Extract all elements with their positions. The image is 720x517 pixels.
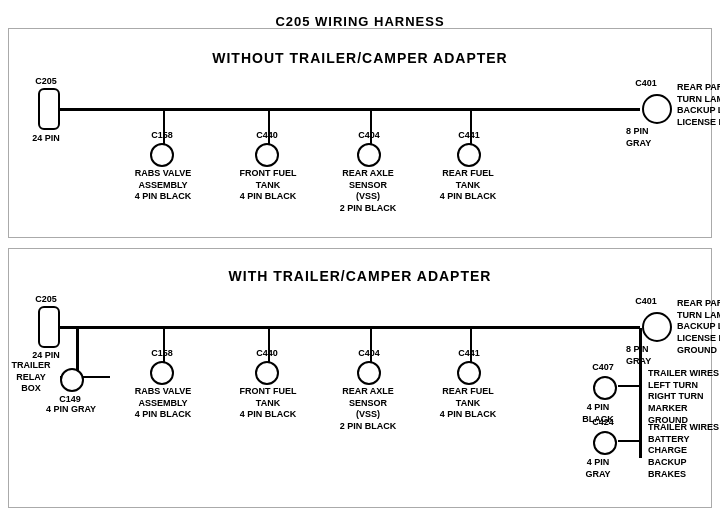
bottom-c424-circle [593, 431, 617, 455]
bottom-c424-desc: TRAILER WIRESBATTERY CHARGEBACKUPBRAKES [648, 422, 720, 480]
top-c401-pin: 8 PINGRAY [626, 126, 706, 149]
bottom-c424-hline [618, 440, 640, 442]
top-c205-id: C205 [26, 76, 66, 88]
top-c158-id: C158 [140, 130, 184, 142]
bottom-c441-circle [457, 361, 481, 385]
top-c441-circle [457, 143, 481, 167]
top-c440-circle [255, 143, 279, 167]
top-c401-desc: REAR PARK/STOPTURN LAMPSBACKUP LAMPSLICE… [677, 82, 720, 129]
bottom-c401-pin: 8 PINGRAY [626, 344, 706, 367]
bottom-c424-pin: 4 PINGRAY [575, 457, 621, 480]
bottom-c404-desc: REAR AXLESENSOR(VSS)2 PIN BLACK [337, 386, 399, 433]
bottom-c404-circle [357, 361, 381, 385]
top-c401-id: C401 [626, 78, 666, 90]
bottom-c440-desc: FRONT FUELTANK4 PIN BLACK [237, 386, 299, 421]
bottom-c407-desc: TRAILER WIRESLEFT TURNRIGHT TURNMARKERGR… [648, 368, 720, 426]
bottom-c407-hline [618, 385, 640, 387]
top-c440-id: C440 [245, 130, 289, 142]
top-c205-pin: 24 PIN [26, 133, 66, 145]
top-c441-id: C441 [447, 130, 491, 142]
bottom-c440-id: C440 [245, 348, 289, 360]
bottom-c158-desc: RABS VALVEASSEMBLY4 PIN BLACK [132, 386, 194, 421]
top-c441-desc: REAR FUELTANK4 PIN BLACK [437, 168, 499, 203]
bottom-right-vline [639, 328, 642, 458]
bottom-c441-desc: REAR FUELTANK4 PIN BLACK [437, 386, 499, 421]
top-c205-rect [38, 88, 60, 130]
bottom-c401-id: C401 [626, 296, 666, 308]
bottom-c149-pin: 4 PIN GRAY [44, 404, 98, 416]
top-main-line [60, 108, 640, 111]
bottom-c205-rect [38, 306, 60, 348]
bottom-c158-circle [150, 361, 174, 385]
bottom-c441-id: C441 [447, 348, 491, 360]
top-c158-desc: RABS VALVEASSEMBLY4 PIN BLACK [132, 168, 194, 203]
top-c158-circle [150, 143, 174, 167]
bottom-c440-circle [255, 361, 279, 385]
bottom-c404-id: C404 [347, 348, 391, 360]
bottom-c401-circle [642, 312, 672, 342]
bottom-trailer-relay: TRAILERRELAYBOX [4, 360, 58, 395]
top-c404-circle [357, 143, 381, 167]
diagram-area: C205 WIRING HARNESS WITHOUT TRAILER/CAMP… [0, 0, 720, 500]
top-section-label: WITHOUT TRAILER/CAMPER ADAPTER [212, 50, 507, 66]
bottom-c205-id: C205 [26, 294, 66, 306]
top-c401-circle [642, 94, 672, 124]
bottom-c407-id: C407 [583, 362, 623, 374]
page-title: C205 WIRING HARNESS [0, 6, 720, 29]
bottom-c407-circle [593, 376, 617, 400]
top-c440-desc: FRONT FUELTANK4 PIN BLACK [237, 168, 299, 203]
bottom-c424-id: C424 [583, 417, 623, 429]
bottom-section-label: WITH TRAILER/CAMPER ADAPTER [229, 268, 492, 284]
top-c404-desc: REAR AXLESENSOR(VSS)2 PIN BLACK [337, 168, 399, 215]
top-c404-id: C404 [347, 130, 391, 142]
bottom-main-line [60, 326, 640, 329]
bottom-c158-id: C158 [140, 348, 184, 360]
bottom-c149-circle [60, 368, 84, 392]
